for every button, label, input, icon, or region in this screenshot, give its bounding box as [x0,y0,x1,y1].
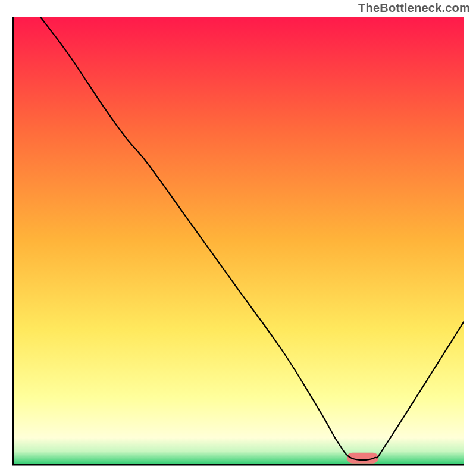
bottleneck-chart [0,0,476,476]
gradient-background [13,17,464,465]
chart-stage: TheBottleneck.com [0,0,476,476]
